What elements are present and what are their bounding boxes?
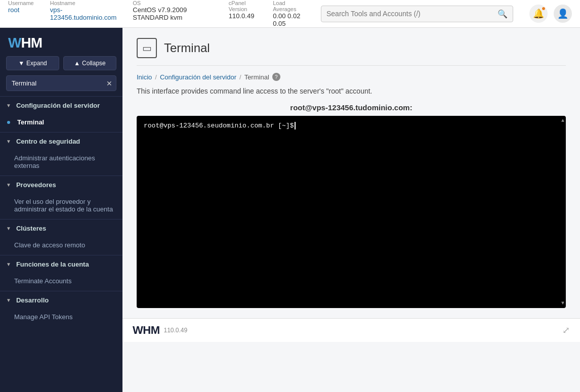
scroll-up-icon[interactable]: ▲ [561,118,565,123]
sidebar-section-config-server-label: Configuración del servidor [16,102,100,109]
sidebar-section-providers-label: Proveedores [16,181,56,189]
sidebar-section-clusters-header[interactable]: ▼ Clústeres [0,220,122,237]
cpanel-meta: cPanel Version 110.0.49 [229,0,257,27]
scroll-down-icon[interactable]: ▼ [561,300,565,306]
breadcrumb-current: Terminal [244,73,269,81]
sidebar-item-auth-external-label: Administrar autenticaciones externas [14,154,116,169]
sidebar-section-clusters-items: Clave de acceso remoto [0,237,122,255]
sidebar-section-config-server-items: Terminal [0,114,122,132]
sidebar-section-providers-items: Ver el uso del proveedor y administrar e… [0,194,122,219]
chevron-down-icon: ▼ [6,182,11,188]
sidebar-section-development-label: Desarrollo [16,296,49,304]
sidebar-section-development: ▼ Desarrollo Manage API Tokens [0,291,122,327]
collapse-label: Collapse [82,60,106,67]
expand-icon: ▼ [18,60,24,67]
search-bar[interactable]: 🔍 [321,6,513,22]
search-input[interactable] [326,10,493,18]
sidebar-logo: WHM [0,28,122,56]
sidebar-item-provider-status-label: Ver el uso del proveedor y administrar e… [14,198,116,213]
chevron-down-icon: ▼ [6,297,11,303]
cpanel-value: 110.0.49 [229,12,257,20]
chevron-down-icon: ▼ [6,103,11,108]
footer-bar: WHM 110.0.49 ⤢ [122,318,580,342]
hostname-meta: Hostname vps-123456.tudominio.com [50,0,117,27]
hostname-value: vps-123456.tudominio.com [50,6,117,21]
terminal-page-icon: ▭ [137,38,157,58]
footer-logo: WHM 110.0.49 [133,324,187,337]
username-value: root [8,6,34,14]
footer-version: 110.0.49 [163,327,187,334]
breadcrumb-sep-2: / [239,73,241,81]
terminal-cursor [295,122,296,129]
sidebar: WHM ▼ Expand ▲ Collapse ✕ ▼ Configuració… [0,28,122,392]
sidebar-item-terminate-accounts[interactable]: Terminate Accounts [0,273,122,289]
sidebar-section-config-server-header[interactable]: ▼ Configuración del servidor [0,97,122,114]
chevron-down-icon: ▼ [6,139,11,144]
user-menu-button[interactable]: 👤 [554,5,572,23]
sidebar-item-remote-access-label: Clave de acceso remoto [14,241,85,249]
sidebar-item-terminal[interactable]: Terminal [0,114,122,130]
notifications-button[interactable]: 🔔 [529,5,548,23]
footer-logo-text: WHM [133,324,159,337]
sidebar-item-provider-status[interactable]: Ver el uso del proveedor y administrar e… [0,194,122,217]
notification-badge [542,7,546,11]
terminal-scrollbar[interactable]: ▲ ▼ [561,116,565,308]
footer-action-icon[interactable]: ⤢ [562,325,570,336]
page-title: Terminal [164,41,210,55]
sidebar-section-security-label: Centro de seguridad [16,138,80,145]
sidebar-section-development-items: Manage API Tokens [0,309,122,327]
sidebar-section-account-functions-label: Funciones de la cuenta [16,260,89,268]
chevron-down-icon: ▼ [6,262,11,267]
expand-button[interactable]: ▼ Expand [6,56,59,70]
collapse-button[interactable]: ▲ Collapse [63,56,116,70]
os-label: OS [133,0,213,6]
page-description: This interface provides command line acc… [137,87,566,95]
sidebar-section-development-header[interactable]: ▼ Desarrollo [0,291,122,309]
topbar-actions: 🔔 👤 [529,5,572,23]
load-label: Load Averages [273,0,305,12]
breadcrumb: Inicio / Configuración del servidor / Te… [137,73,566,81]
search-icon: 🔍 [498,9,508,19]
sidebar-item-auth-external[interactable]: Administrar autenticaciones externas [0,150,122,173]
whm-logo-text: WHM [8,35,42,51]
sidebar-item-terminal-label: Terminal [17,118,44,126]
sidebar-section-clusters-label: Clústeres [16,225,46,232]
sidebar-section-providers-header[interactable]: ▼ Proveedores [0,176,122,194]
sidebar-section-security-items: Administrar autenticaciones externas [0,150,122,176]
sidebar-section-providers: ▼ Proveedores Ver el uso del proveedor y… [0,176,122,219]
main-layout: WHM ▼ Expand ▲ Collapse ✕ ▼ Configuració… [0,28,580,392]
os-meta: OS CentOS v7.9.2009 STANDARD kvm [133,0,213,27]
sidebar-controls: ▼ Expand ▲ Collapse [0,56,122,75]
content-inner: ▭ Terminal Inicio / Configuración del se… [122,28,580,318]
breadcrumb-server-link[interactable]: Configuración del servidor [160,73,236,81]
expand-label: Expand [26,60,47,67]
sidebar-search-clear-button[interactable]: ✕ [106,79,112,88]
sidebar-section-config-server: ▼ Configuración del servidor Terminal [0,96,122,132]
sidebar-item-manage-api-label: Manage API Tokens [14,313,72,321]
sidebar-item-manage-api[interactable]: Manage API Tokens [0,309,122,325]
sidebar-item-terminate-accounts-label: Terminate Accounts [14,277,71,285]
username-label: Username [8,0,34,6]
os-value: CentOS v7.9.2009 STANDARD kvm [133,6,213,21]
sidebar-section-security-header[interactable]: ▼ Centro de seguridad [0,133,122,150]
username-meta: Username root [8,0,34,27]
sidebar-section-account-functions-header[interactable]: ▼ Funciones de la cuenta [0,255,122,273]
sidebar-item-remote-access[interactable]: Clave de acceso remoto [0,237,122,253]
terminal-label: root@vps-123456.tudominio.com: [137,103,566,112]
top-bar: Username root Hostname vps-123456.tudomi… [0,0,580,28]
collapse-icon: ▲ [74,60,80,67]
load-meta: Load Averages 0.00 0.02 0.05 [273,0,305,27]
sidebar-search[interactable]: ✕ [6,75,116,91]
sidebar-section-account-functions-items: Terminate Accounts [0,273,122,291]
breadcrumb-home-link[interactable]: Inicio [137,73,152,81]
sidebar-section-security: ▼ Centro de seguridad Administrar autent… [0,132,122,176]
sidebar-section-clusters: ▼ Clústeres Clave de acceso remoto [0,219,122,255]
terminal-prompt-line: root@vps-123456.seudominio.com.br [~]$ [144,122,559,129]
sidebar-section-account-functions: ▼ Funciones de la cuenta Terminate Accou… [0,255,122,291]
help-icon[interactable]: ? [272,73,280,81]
terminal-prompt-text: root@vps-123456.seudominio.com.br [~]$ [144,122,294,129]
sidebar-search-input[interactable] [6,75,116,91]
chevron-down-icon: ▼ [6,226,11,231]
terminal-window[interactable]: root@vps-123456.seudominio.com.br [~]$ ▲… [137,116,566,308]
main-content: ▭ Terminal Inicio / Configuración del se… [122,28,580,392]
